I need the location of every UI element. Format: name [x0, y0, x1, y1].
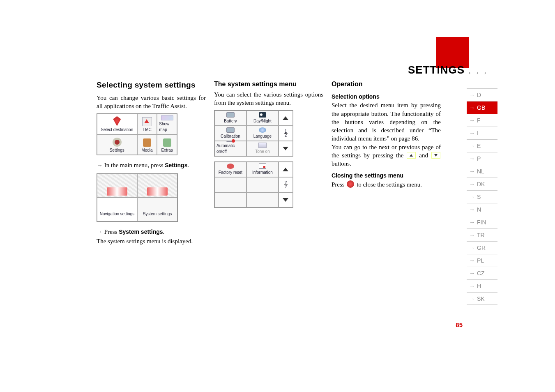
menu-tile-extras[interactable]: Extras	[157, 134, 177, 155]
map-icon	[161, 115, 173, 120]
lang-item-fin[interactable]: →FIN	[467, 216, 497, 228]
factory-reset-icon	[227, 164, 234, 169]
page-total: 2	[284, 134, 288, 137]
lang-item-h[interactable]: →H	[467, 279, 497, 292]
tile-label: Settings	[110, 148, 124, 153]
tile-day-night[interactable]: Day/Night	[246, 111, 279, 126]
arrow-icon: →	[469, 168, 474, 175]
step-button-name: Settings	[165, 162, 187, 168]
lang-item-f[interactable]: →F	[467, 114, 497, 127]
chevron-up-icon	[283, 168, 288, 171]
arrow-icon: →	[469, 104, 474, 111]
column-3: Operation Selection options Select the d…	[332, 80, 441, 245]
brand-stripe	[436, 37, 469, 68]
lang-item-dk[interactable]: →DK	[467, 178, 497, 190]
nav-down-button-2[interactable]	[279, 192, 293, 208]
arrow-icon: →	[469, 206, 474, 213]
lang-item-cz[interactable]: →CZ	[467, 267, 497, 279]
lang-code: DK	[477, 181, 485, 187]
tile-automatic[interactable]: Automatic on/off	[214, 141, 246, 156]
tile-label: Show map	[159, 121, 175, 132]
lang-code: PL	[477, 257, 484, 264]
calibration-icon	[226, 127, 235, 133]
arrow-icon: →	[469, 194, 474, 200]
nav-up-button[interactable]	[279, 111, 293, 126]
chevron-up-icon	[283, 116, 288, 120]
tile-language[interactable]: Language	[246, 126, 279, 141]
tile-factory-reset[interactable]: Factory reset	[214, 162, 246, 177]
gear-icon	[113, 138, 122, 147]
tile-calibration[interactable]: Calibration	[214, 126, 246, 141]
tile-battery[interactable]: Battery	[214, 111, 246, 126]
header-rule	[97, 66, 467, 66]
tab-system-settings-preview[interactable]	[137, 174, 177, 198]
lang-item-i[interactable]: →I	[467, 127, 497, 139]
lang-item-d[interactable]: →D	[467, 88, 497, 101]
lang-item-gr[interactable]: →GR	[467, 241, 497, 254]
menu-tile-select-destination[interactable]: Select destination	[97, 114, 137, 134]
information-icon	[259, 164, 266, 169]
language-index-sidebar: →D→GB→F→I→E→P→NL→DK→S→N→FIN→TR→GR→PL→CZ→…	[467, 88, 497, 305]
tile-information[interactable]: Information	[246, 162, 279, 177]
day-night-icon	[259, 112, 266, 118]
extras-icon	[163, 138, 171, 147]
lang-item-pl[interactable]: →PL	[467, 254, 497, 267]
text: buttons.	[332, 160, 351, 167]
lang-code: FIN	[477, 219, 486, 226]
arrow-icon: →	[469, 155, 474, 162]
lang-item-s[interactable]: →S	[467, 190, 497, 203]
step-text: In the main menu, press	[104, 162, 165, 168]
chevron-down-icon	[434, 154, 438, 157]
nav-down-button[interactable]	[279, 141, 293, 156]
arrow-icon: →	[469, 143, 474, 149]
menu-tile-media[interactable]: Media	[137, 134, 157, 155]
lang-item-e[interactable]: →E	[467, 139, 497, 152]
step-button-name: System settings	[119, 228, 163, 235]
back-icon[interactable]	[347, 180, 354, 188]
tab-label-navigation[interactable]: Navigation settings	[97, 198, 137, 221]
lang-item-gb[interactable]: →GB	[467, 101, 497, 114]
tmc-icon	[142, 117, 152, 126]
column-1: Selecting system settings You can change…	[97, 80, 206, 245]
tile-empty	[214, 192, 246, 208]
arrow-icon: →	[469, 295, 474, 302]
inline-page-up-button[interactable]	[407, 152, 416, 159]
para-paging: You can go to the next or previous page …	[332, 143, 441, 168]
lang-item-sk[interactable]: →SK	[467, 292, 497, 305]
tab-label-system[interactable]: System settings	[137, 198, 177, 221]
inline-page-down-button[interactable]	[431, 152, 440, 159]
tile-label: Tone on	[255, 149, 270, 154]
lang-code: E	[477, 143, 481, 149]
tile-label: Information	[252, 170, 273, 175]
step-suffix: .	[163, 228, 165, 235]
lang-item-p[interactable]: →P	[467, 152, 497, 165]
step-press-system-settings: Press System settings.	[97, 228, 206, 236]
pin-icon	[112, 116, 122, 126]
arrow-icon: →	[469, 130, 474, 136]
menu-tile-tmc[interactable]: TMC	[137, 114, 157, 134]
lang-code: F	[477, 117, 481, 124]
tab-preview	[147, 187, 168, 196]
tile-label: Extras	[161, 148, 173, 153]
arrow-icon: →	[469, 117, 474, 124]
figure-system-settings-page2: Factory reset Information 2 2	[214, 161, 293, 208]
menu-tile-show-map[interactable]: Show map	[157, 114, 177, 134]
menu-tile-settings[interactable]: Settings	[97, 134, 137, 155]
lang-item-tr[interactable]: →TR	[467, 228, 497, 241]
lang-code: SK	[477, 295, 485, 302]
nav-up-button-2[interactable]	[279, 162, 293, 177]
lang-item-nl[interactable]: →NL	[467, 165, 497, 178]
lang-item-n[interactable]: →N	[467, 203, 497, 216]
heading-operation: Operation	[332, 80, 441, 89]
arrow-icon: →	[469, 283, 474, 289]
page-number: 85	[456, 321, 463, 328]
chevron-down-icon	[283, 198, 288, 202]
tile-tone[interactable]: Tone on	[246, 141, 279, 156]
lang-code: TR	[477, 232, 485, 238]
lang-code: NL	[477, 168, 484, 175]
tab-navigation-settings[interactable]	[97, 174, 137, 198]
arrow-icon: →	[469, 244, 474, 251]
tile-empty	[214, 177, 246, 192]
tile-label: TMC	[143, 127, 152, 133]
tile-label: Select destination	[101, 127, 133, 133]
